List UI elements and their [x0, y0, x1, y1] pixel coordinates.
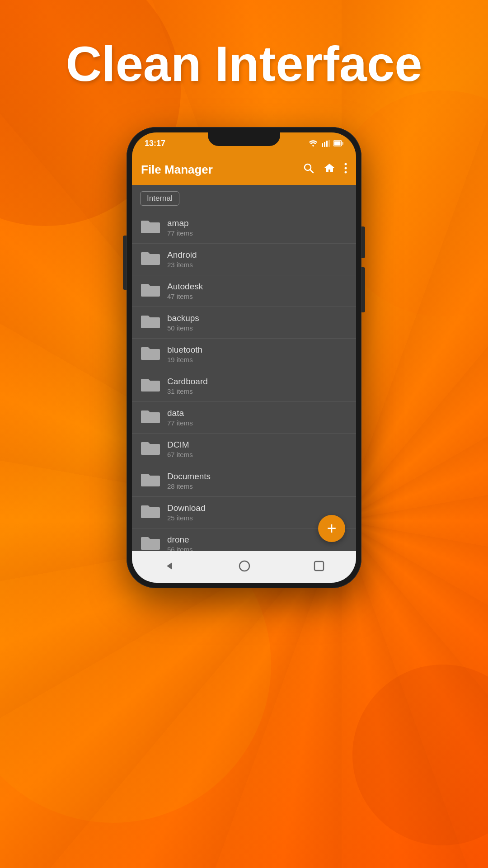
file-info: backups50 items	[167, 313, 199, 332]
power-button	[361, 226, 365, 258]
phone-mockup: 13:17	[127, 127, 361, 588]
phone-screen: 13:17	[132, 132, 356, 583]
svg-marker-12	[167, 562, 172, 570]
file-name: Download	[167, 503, 206, 513]
svg-point-11	[345, 171, 347, 174]
folder-icon	[140, 472, 167, 490]
volume-button	[361, 267, 365, 312]
file-list-item[interactable]: amap77 items	[132, 212, 356, 244]
file-list-item[interactable]: DCIM67 items	[132, 434, 356, 465]
folder-icon	[140, 504, 167, 522]
folder-icon	[140, 345, 167, 363]
file-count: 28 items	[167, 482, 211, 490]
svg-point-10	[345, 167, 347, 170]
nav-home-icon[interactable]	[238, 560, 251, 574]
svg-point-13	[239, 561, 249, 571]
wifi-icon	[308, 140, 318, 147]
svg-rect-3	[328, 140, 330, 147]
nav-back-icon[interactable]	[163, 560, 176, 574]
file-name: Documents	[167, 472, 211, 481]
file-count: 19 items	[167, 356, 202, 363]
bg-decoration-4	[352, 665, 488, 845]
app-title: File Manager	[141, 163, 303, 177]
file-name: Android	[167, 250, 197, 260]
file-info: Autodesk47 items	[167, 282, 203, 300]
bottom-nav	[132, 551, 356, 583]
file-count: 25 items	[167, 514, 206, 522]
home-icon[interactable]	[324, 162, 335, 177]
folder-icon	[140, 409, 167, 427]
file-list-item[interactable]: Autodesk47 items	[132, 275, 356, 307]
svg-rect-1	[324, 142, 325, 147]
folder-icon	[140, 250, 167, 269]
file-count: 67 items	[167, 451, 193, 458]
file-list-item[interactable]: data77 items	[132, 402, 356, 434]
folder-icon	[140, 377, 167, 395]
svg-rect-0	[322, 143, 323, 147]
file-count: 56 items	[167, 546, 193, 551]
svg-rect-2	[326, 141, 328, 147]
file-count: 31 items	[167, 387, 208, 395]
file-info: Documents28 items	[167, 472, 211, 490]
file-info: drone56 items	[167, 535, 193, 551]
file-name: DCIM	[167, 440, 193, 450]
file-count: 77 items	[167, 419, 193, 427]
app-bar-actions	[303, 162, 347, 177]
svg-rect-5	[334, 142, 341, 146]
file-name: drone	[167, 535, 193, 545]
file-count: 47 items	[167, 292, 203, 300]
status-bar: 13:17	[132, 132, 356, 154]
file-list: amap77 items Android23 items Autodesk47 …	[132, 212, 356, 551]
file-name: data	[167, 408, 193, 418]
more-icon[interactable]	[344, 162, 347, 177]
folder-icon	[140, 282, 167, 300]
svg-point-9	[345, 163, 347, 165]
folder-icon	[140, 219, 167, 237]
file-count: 50 items	[167, 324, 199, 332]
file-name: backups	[167, 313, 199, 323]
file-name: bluetooth	[167, 345, 202, 355]
search-icon[interactable]	[303, 162, 314, 177]
content-area: Internal amap77 items Android23 items Au…	[132, 185, 356, 583]
file-info: Android23 items	[167, 250, 197, 269]
folder-icon	[140, 440, 167, 458]
nav-recent-icon[interactable]	[313, 560, 325, 574]
phone-shell: 13:17	[127, 127, 361, 588]
status-time: 13:17	[145, 139, 165, 148]
file-list-item[interactable]: Documents28 items	[132, 465, 356, 497]
battery-icon	[333, 140, 343, 146]
file-info: bluetooth19 items	[167, 345, 202, 363]
folder-icon	[140, 314, 167, 332]
page-headline: Clean Interface	[39, 36, 450, 91]
app-bar: File Manager	[132, 154, 356, 185]
svg-rect-6	[342, 142, 343, 145]
file-list-item[interactable]: Android23 items	[132, 244, 356, 275]
file-count: 23 items	[167, 261, 197, 269]
breadcrumb-chip[interactable]: Internal	[140, 191, 179, 206]
left-button	[123, 236, 127, 290]
file-info: DCIM67 items	[167, 440, 193, 458]
signal-icon	[322, 140, 330, 147]
breadcrumb-bar: Internal	[132, 185, 356, 212]
svg-line-8	[310, 170, 313, 173]
svg-rect-14	[314, 561, 324, 571]
file-name: amap	[167, 218, 193, 228]
fab-add-button[interactable]: +	[318, 515, 345, 542]
notch	[208, 132, 280, 146]
folder-icon	[140, 535, 167, 552]
file-count: 77 items	[167, 229, 193, 237]
file-info: Download25 items	[167, 503, 206, 522]
file-info: amap77 items	[167, 218, 193, 237]
file-info: Cardboard31 items	[167, 377, 208, 395]
file-name: Autodesk	[167, 282, 203, 292]
file-list-item[interactable]: bluetooth19 items	[132, 339, 356, 370]
file-info: data77 items	[167, 408, 193, 427]
file-name: Cardboard	[167, 377, 208, 387]
file-list-item[interactable]: backups50 items	[132, 307, 356, 339]
file-list-item[interactable]: Cardboard31 items	[132, 370, 356, 402]
status-icons	[308, 140, 343, 147]
